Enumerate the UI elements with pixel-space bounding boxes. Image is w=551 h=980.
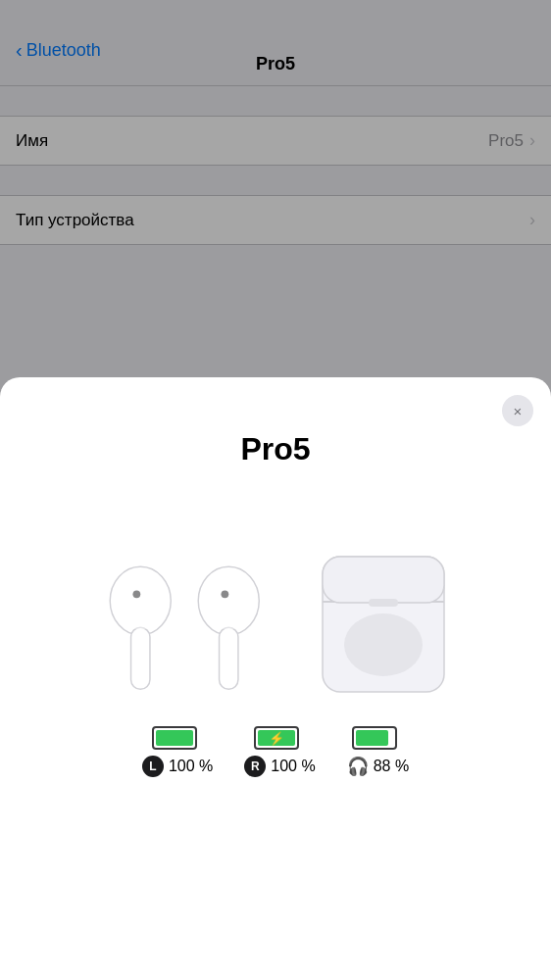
left-battery-fill: [156, 730, 193, 746]
charging-case: [315, 547, 452, 703]
left-indicator-icon: L: [142, 756, 164, 777]
svg-point-11: [344, 613, 423, 676]
case-battery-percent: 88 %: [374, 758, 409, 775]
case-icon: 🎧: [347, 756, 369, 777]
battery-status-row: L 100 % ⚡ R 100 %: [0, 726, 551, 777]
svg-rect-1: [131, 627, 150, 689]
case-battery-fill: [356, 730, 388, 746]
left-battery-item: L 100 %: [142, 726, 213, 777]
case-battery-body: [352, 726, 397, 750]
svg-rect-10: [323, 557, 444, 603]
right-airpod: [187, 542, 285, 703]
left-airpod: [99, 542, 197, 703]
left-battery-label: L 100 %: [142, 756, 213, 777]
close-button[interactable]: ×: [502, 395, 533, 426]
right-battery-icon: ⚡: [254, 726, 305, 750]
right-battery-item: ⚡ R 100 %: [244, 726, 315, 777]
case-battery-label: 🎧 88 %: [347, 756, 409, 777]
right-indicator-icon: R: [244, 756, 266, 777]
device-modal: × Pro5: [0, 377, 551, 980]
right-battery-percent: 100 %: [271, 758, 315, 775]
svg-point-7: [202, 572, 255, 629]
svg-point-3: [114, 572, 167, 629]
left-battery-body: [152, 726, 197, 750]
left-battery-percent: 100 %: [169, 758, 213, 775]
svg-rect-5: [220, 627, 238, 689]
charging-bolt-icon: ⚡: [269, 731, 284, 746]
left-battery-icon: [152, 726, 203, 750]
close-icon: ×: [514, 403, 523, 419]
case-battery-item: 🎧 88 %: [347, 726, 409, 777]
airpods-illustration: [0, 497, 551, 703]
svg-rect-12: [369, 599, 398, 607]
case-battery-icon: [352, 726, 403, 750]
right-battery-body: ⚡: [254, 726, 299, 750]
right-battery-label: R 100 %: [244, 756, 315, 777]
modal-device-name: Pro5: [0, 431, 551, 467]
